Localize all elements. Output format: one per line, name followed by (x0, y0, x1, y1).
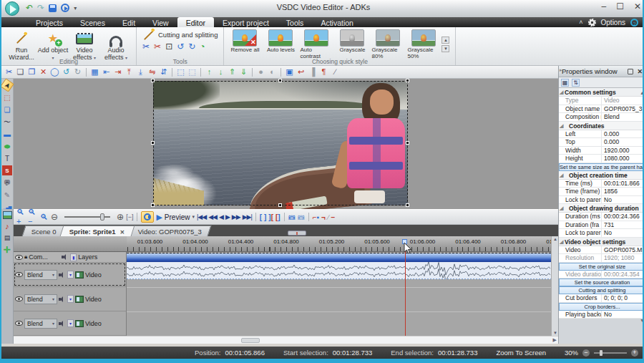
pencil-tool-icon[interactable]: ✎ (2, 190, 12, 200)
fit-screen-icon[interactable]: ⬚ (176, 67, 185, 77)
resize-handle[interactable] (406, 141, 409, 145)
menu-item-edit[interactable]: Edit (114, 17, 144, 27)
add-audio-icon[interactable]: ♪ (5, 222, 9, 231)
close-button[interactable]: ✕ (634, 1, 641, 11)
menu-item-export-project[interactable]: Export project (214, 17, 278, 27)
audio-column-icon[interactable] (62, 253, 69, 261)
time-mode-button[interactable] (141, 211, 154, 223)
menu-item-projects[interactable]: Projects (27, 17, 72, 27)
property-row-left[interactable]: Left0.000 (559, 130, 644, 139)
arrow-top-icon[interactable]: ⇑ (228, 67, 237, 77)
property-button-cutting-and-splitting[interactable]: Cutting and splitting (559, 286, 644, 294)
hscroll-thumb[interactable] (241, 338, 260, 343)
property-group-coordinates[interactable]: ◢Coordinates (559, 122, 644, 130)
preview-area[interactable] (14, 79, 558, 209)
quick-style-scroll-down-icon[interactable]: ▼ (441, 45, 449, 52)
cut-start-icon[interactable]: ⌐▪ (313, 213, 319, 221)
minus-zoom-icon[interactable]: ⊖ (51, 212, 58, 222)
zoom-in-icon[interactable]: 🔍︎+ (16, 213, 26, 222)
speaker-icon[interactable] (59, 271, 66, 279)
audio-effectsbutton[interactable]: Audio effects ▾ (100, 29, 132, 61)
property-row-time-frame-[interactable]: Time (frame)1856 (559, 188, 644, 196)
blend-mode-dropdown[interactable]: Blend▾ (24, 294, 57, 304)
ellipse-tool-icon[interactable]: ⬬ (2, 141, 12, 151)
arrow-bottom-icon[interactable]: ⇓ (239, 67, 248, 77)
text-tool-icon[interactable]: T (2, 153, 12, 163)
scissors-icon[interactable]: ✂ (142, 42, 150, 52)
property-row-cut-borders[interactable]: Cut borders0; 0; 0; 0 (559, 294, 644, 303)
layers-column-header[interactable]: Layers (78, 253, 97, 261)
skip-end-button[interactable]: ▶▶| (243, 213, 252, 221)
add-objectbutton[interactable]: ★+Add object ▾ (37, 29, 69, 61)
forward-button[interactable]: ▶▶ (232, 213, 240, 221)
property-button-set-the-source-duration[interactable]: Set the source duration (559, 279, 644, 286)
pencil-icon[interactable]: ∕ (331, 67, 340, 77)
quick-style-scroll-up-icon[interactable]: ▲ (441, 37, 449, 44)
gear-icon[interactable] (588, 19, 596, 26)
timeline-lanes[interactable] (127, 252, 551, 336)
flip-h-icon[interactable]: ⇋ (147, 67, 157, 77)
move-object-icon[interactable]: ✛ (4, 246, 11, 254)
fit-original-icon[interactable]: ⬚ (187, 67, 197, 77)
resize-handle[interactable] (406, 79, 409, 82)
property-row-object-name[interactable]: Object nameGOPR0075_3 (559, 105, 644, 114)
selection-start-bracket-icon[interactable]: [ ] (260, 213, 266, 221)
property-row-height[interactable]: Height1080.000 (559, 155, 644, 163)
tab-close-icon[interactable]: ✕ (120, 229, 125, 236)
zoom-mode-label[interactable]: Zoom To Screen (496, 349, 546, 357)
help-icon[interactable]: ? (630, 19, 638, 26)
preview-dropdown-icon[interactable]: ▾ (192, 214, 195, 220)
property-row-playing-backwa[interactable]: Playing backwaNo (559, 311, 644, 319)
property-row-type[interactable]: TypeVideo (559, 97, 644, 105)
split-icon[interactable]: ✂ (154, 42, 161, 52)
preview-play-icon[interactable]: ▶ (156, 213, 162, 222)
hscroll-right-icon[interactable]: ▶ (553, 337, 557, 343)
lock-column-icon[interactable]: 🔒︎ (24, 253, 27, 261)
property-group-common-settings[interactable]: ◢Common settings (559, 88, 644, 97)
properties-scroll-up-icon[interactable]: ▲ (640, 90, 644, 95)
add-image-icon[interactable] (3, 211, 12, 219)
razor-icon[interactable]: ∕ (328, 213, 329, 221)
align-right-icon[interactable]: ⇥ (113, 67, 122, 77)
collapse-ribbon-icon[interactable]: ˄ (579, 19, 582, 26)
undo-icon[interactable]: ↺ (62, 67, 71, 77)
copy-icon[interactable]: ❏ (16, 67, 25, 77)
subtitle-tool-icon[interactable]: S (2, 165, 12, 175)
snap-icon[interactable]: ▦ (90, 67, 99, 77)
blend-mode-dropdown[interactable]: Blend▾ (24, 270, 57, 280)
selection-end-bracket-icon[interactable]: [] (275, 213, 280, 221)
cursor-tool-icon[interactable]: ➤ (0, 78, 14, 92)
align-bottom-icon[interactable]: ⤓ (136, 67, 145, 77)
prev-frame-button[interactable]: ◀ (219, 213, 223, 221)
property-button-set-the-original-size[interactable]: Set the original size (559, 263, 644, 271)
volume-column-icon[interactable]: ▮ (70, 253, 77, 261)
timeline-zoom-slider[interactable] (64, 216, 110, 218)
pin-icon[interactable] (628, 69, 633, 74)
menu-item-editor[interactable]: Editor (177, 17, 214, 27)
paste-icon[interactable]: ❐ (27, 67, 36, 77)
property-row-duration-ms[interactable]: Duration (ms00:00:24.366 (559, 213, 644, 221)
quick-style-grayscale-50-[interactable]: Grayscale 50% (407, 29, 440, 59)
zoom-plus-button[interactable]: + (631, 349, 638, 357)
redo-icon[interactable]: ↻ (73, 67, 82, 77)
quick-style-grayscale[interactable]: Grayscale (336, 29, 369, 59)
property-row-top[interactable]: Top0.000 (559, 138, 644, 147)
timeline-tab-sprite-sprite1[interactable]: Sprite: Sprite1✕ (59, 226, 135, 236)
layer-label[interactable]: Video (85, 296, 102, 303)
video-effectsbutton[interactable]: Video effects ▾ (69, 29, 100, 61)
timeline-scroll-thumb[interactable] (288, 231, 306, 236)
track-row-1[interactable]: Blend▾▾Video (14, 263, 126, 287)
playhead-line[interactable] (405, 251, 406, 336)
cut-end-icon[interactable]: ¬ (321, 213, 326, 221)
alphabetical-sort-icon[interactable]: ⇅ (572, 79, 580, 87)
delete-icon[interactable]: ✕ (39, 67, 48, 77)
resize-handle[interactable] (278, 79, 282, 82)
layer-label[interactable]: Video (85, 320, 102, 327)
track-row-3[interactable]: Blend▾▾Video (14, 311, 126, 336)
volume-dropdown-icon[interactable]: ▾ (67, 271, 74, 279)
duplicate-tool-icon[interactable]: ❏ (2, 105, 12, 115)
timeline-tab-video-gopr0075-3[interactable]: Video: GOPR0075_3 (128, 226, 211, 236)
maximize-button[interactable]: ☐ (616, 1, 624, 11)
track-visibility-icon[interactable] (15, 296, 23, 301)
rectangle-tool-icon[interactable]: ▬ (2, 129, 12, 139)
